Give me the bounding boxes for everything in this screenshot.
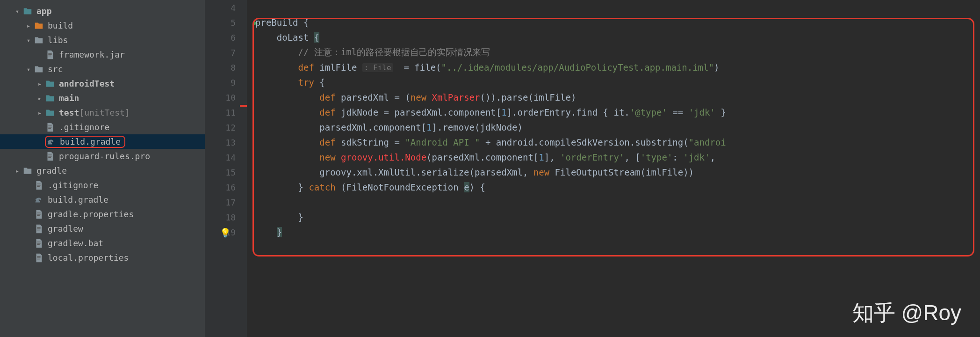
code-line[interactable]: groovy.xml.XmlUtil.serialize(parsedXml, … (247, 165, 980, 180)
code-line[interactable]: try { (247, 75, 980, 90)
tree-item-gradlew[interactable]: gradlew (0, 221, 205, 236)
tree-item--gitignore[interactable]: .gitignore (0, 178, 205, 192)
gutter-line[interactable]: 12 (205, 120, 247, 135)
tree-item-gradle-properties[interactable]: gradle.properties (0, 207, 205, 221)
token-plain (255, 137, 319, 147)
token-str: 'type' (641, 152, 673, 162)
intention-bulb-icon[interactable]: 💡 (220, 227, 231, 238)
chevron-right-icon[interactable]: ▸ (25, 22, 32, 29)
tree-item-test[interactable]: ▸test [unitTest] (0, 105, 205, 120)
token-plain: (FileNotFoundException (336, 182, 464, 192)
token-kw: def (319, 107, 335, 117)
gutter-line[interactable]: 15 (205, 165, 247, 180)
tree-item-framework-jar[interactable]: framework.jar (0, 47, 205, 62)
file-icon (34, 224, 44, 234)
code-line[interactable]: doLast { (247, 30, 980, 45)
tree-item--gitignore[interactable]: .gitignore (0, 120, 205, 134)
gutter-line[interactable]: 9 (205, 75, 247, 90)
chevron-down-icon[interactable]: ▾ (14, 7, 21, 15)
code-line[interactable]: }💡 (247, 225, 980, 240)
token-str: 'orderEntry' (560, 152, 624, 162)
token-plain (255, 227, 277, 237)
tree-item-build-gradle[interactable]: build.gradle (0, 192, 205, 207)
code-line[interactable]: new groovy.util.Node(parsedXml.component… (247, 150, 980, 165)
token-plain: parsedXml = ( (336, 92, 411, 103)
code-area[interactable]: preBuild { doLast { // 注意：iml的路径要根据自己的实际… (247, 0, 980, 337)
chevron-right-icon[interactable]: ▸ (14, 167, 21, 175)
chevron-down-icon[interactable]: ▾ (25, 37, 32, 44)
token-str: '@type' (630, 107, 667, 117)
token-hl: } (277, 227, 282, 237)
chevron-right-icon[interactable]: ▸ (36, 80, 43, 88)
tree-item-label: build.gradle (60, 137, 121, 147)
file-icon (45, 151, 55, 161)
gutter-line[interactable]: 13 (205, 135, 247, 150)
tree-item-androidtest[interactable]: ▸androidTest (0, 76, 205, 91)
tree-item-build-gradle[interactable]: build.gradle (0, 134, 205, 149)
chevron-right-icon[interactable]: ▸ (36, 109, 43, 117)
gutter-line[interactable]: 11 (205, 105, 247, 120)
token-comment: // 注意：iml的路径要根据自己的实际情况来写 (298, 46, 490, 59)
gutter-line[interactable]: 14 (205, 150, 247, 165)
token-plain (336, 152, 341, 162)
gutter-line[interactable]: 16 (205, 180, 247, 195)
code-line[interactable]: } catch (FileNotFoundException e) { (247, 180, 980, 195)
gutter-line[interactable]: 8 (205, 60, 247, 75)
tree-item-libs[interactable]: ▾libs (0, 33, 205, 47)
tree-item-build[interactable]: ▸build (0, 18, 205, 33)
file-icon (45, 122, 55, 132)
token-plain: preBuild { (255, 17, 309, 28)
token-plain (255, 77, 298, 88)
token-plain: , [ (624, 152, 640, 162)
tree-item-main[interactable]: ▸main (0, 91, 205, 105)
project-tree: ▾app▸build▾libsframework.jar▾src▸android… (0, 0, 205, 265)
gutter-line[interactable]: 5▶ (205, 15, 247, 30)
gutter-line[interactable]: 17 (205, 195, 247, 210)
token-plain: groovy.xml.XmlUtil.serialize(parsedXml, (255, 167, 533, 177)
tree-item-src[interactable]: ▾src (0, 62, 205, 76)
annotation-mark (240, 105, 247, 107)
code-line[interactable] (247, 195, 980, 210)
code-line[interactable]: def parsedXml = (new XmlParser()).parse(… (247, 90, 980, 105)
token-str: 'jdk' (683, 152, 710, 162)
token-kw: def (298, 62, 314, 73)
token-plain: ], (544, 152, 560, 162)
gutter-line[interactable]: 10 (205, 90, 247, 105)
gutter-line[interactable]: 18 (205, 210, 247, 225)
token-str: 'jdk' (689, 107, 715, 117)
code-line[interactable]: def jdkNode = parsedXml.component[1].ord… (247, 105, 980, 120)
tree-item-local-properties[interactable]: local.properties (0, 250, 205, 265)
gutter-line[interactable]: 7 (205, 45, 247, 60)
tree-item-label: app (36, 6, 52, 16)
code-line[interactable]: // 注意：iml的路径要根据自己的实际情况来写 (247, 45, 980, 60)
gutter-line[interactable]: 4 (205, 0, 247, 15)
tree-item-label: gradle (36, 166, 67, 176)
token-plain: ) (714, 62, 719, 73)
code-line[interactable]: preBuild { (247, 15, 980, 30)
code-line[interactable]: } (247, 210, 980, 225)
token-plain: doLast (255, 32, 314, 43)
chevron-down-icon[interactable]: ▾ (25, 66, 32, 73)
code-line[interactable]: def imlFile : File = file("../.idea/modu… (247, 60, 980, 75)
tree-item-gradlew-bat[interactable]: gradlew.bat (0, 236, 205, 250)
code-line[interactable] (247, 0, 980, 15)
tree-item-proguard-rules-pro[interactable]: proguard-rules.pro (0, 149, 205, 163)
token-plain: (parsedXml.component[ (426, 152, 539, 162)
folder-icon (22, 6, 33, 16)
chevron-right-icon[interactable]: ▸ (36, 95, 43, 102)
token-err: groovy.util.Node (341, 152, 426, 162)
code-line[interactable]: def sdkString = "Android API " + android… (247, 135, 980, 150)
code-line[interactable]: parsedXml.component[1].remove(jdkNode) (247, 120, 980, 135)
tree-item-gradle[interactable]: ▸gradle (0, 163, 205, 178)
token-kw: try (298, 77, 314, 88)
tree-item-suffix: [unitTest] (79, 108, 130, 117)
gutter-line[interactable]: 6 (205, 30, 247, 45)
tree-item-app[interactable]: ▾app (0, 4, 205, 18)
token-plain: FileOutputStream(imlFile)) (549, 167, 694, 177)
token-plain: sdkString = (336, 137, 405, 147)
folder-icon (34, 35, 44, 45)
token-plain: ) { (469, 182, 485, 192)
editor-gutter: 45▶678910111213141516171819 (205, 0, 247, 337)
folder-icon (45, 93, 55, 103)
token-kw: catch (309, 182, 335, 192)
